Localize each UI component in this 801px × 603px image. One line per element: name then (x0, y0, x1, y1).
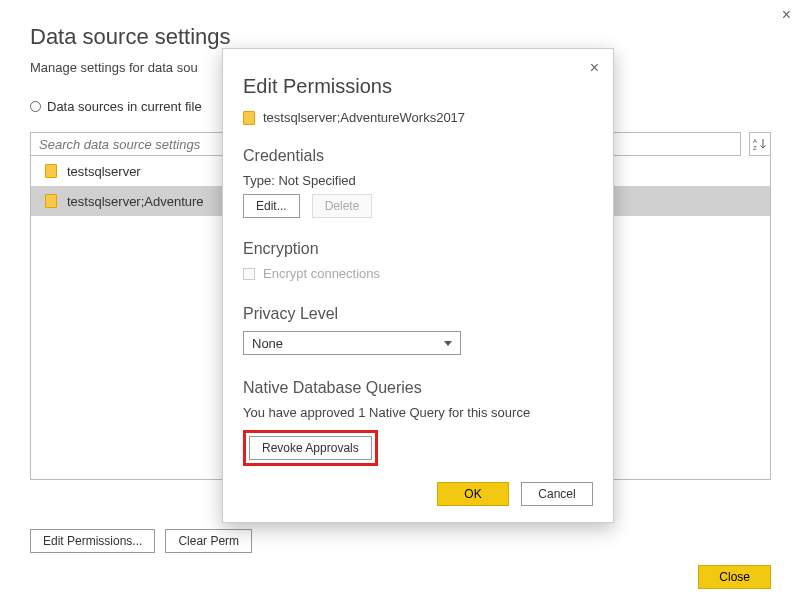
database-icon (243, 111, 255, 125)
dialog-source-row: testsqlserver;AdventureWorks2017 (243, 110, 593, 125)
clear-permissions-button[interactable]: Clear Perm (165, 529, 252, 553)
radio-icon[interactable] (30, 101, 41, 112)
edit-permissions-dialog: × Edit Permissions testsqlserver;Adventu… (222, 48, 614, 523)
close-button[interactable]: Close (698, 565, 771, 589)
credentials-type-line: Type: Not Specified (243, 173, 593, 188)
revoke-approvals-button[interactable]: Revoke Approvals (249, 436, 372, 460)
list-item-label: testsqlserver;Adventure (67, 194, 204, 209)
edit-permissions-button[interactable]: Edit Permissions... (30, 529, 155, 553)
database-icon (45, 164, 57, 178)
list-item-label: testsqlserver (67, 164, 141, 179)
dialog-close-icon[interactable]: × (590, 59, 599, 77)
privacy-level-heading: Privacy Level (243, 305, 593, 323)
encrypt-connections-label: Encrypt connections (263, 266, 380, 281)
sort-button[interactable]: A Z (749, 132, 771, 156)
privacy-level-value: None (252, 336, 283, 351)
encrypt-connections-checkbox: Encrypt connections (243, 266, 593, 281)
database-icon (45, 194, 57, 208)
highlight-frame: Revoke Approvals (243, 430, 378, 466)
dialog-source-name: testsqlserver;AdventureWorks2017 (263, 110, 465, 125)
window-close-icon[interactable]: × (782, 6, 791, 24)
page-title: Data source settings (30, 24, 801, 50)
ok-button[interactable]: OK (437, 482, 509, 506)
scope-radio-label: Data sources in current file (47, 99, 202, 114)
cancel-button[interactable]: Cancel (521, 482, 593, 506)
checkbox-icon (243, 268, 255, 280)
svg-text:A: A (753, 138, 757, 144)
credentials-delete-button: Delete (312, 194, 373, 218)
credentials-edit-button[interactable]: Edit... (243, 194, 300, 218)
native-query-status-text: You have approved 1 Native Query for thi… (243, 405, 593, 420)
dialog-title: Edit Permissions (243, 75, 593, 98)
svg-text:Z: Z (753, 145, 757, 151)
credentials-heading: Credentials (243, 147, 593, 165)
privacy-level-select[interactable]: None (243, 331, 461, 355)
encryption-heading: Encryption (243, 240, 593, 258)
chevron-down-icon (444, 341, 452, 346)
sort-az-icon: A Z (753, 137, 767, 151)
native-database-queries-heading: Native Database Queries (243, 379, 593, 397)
